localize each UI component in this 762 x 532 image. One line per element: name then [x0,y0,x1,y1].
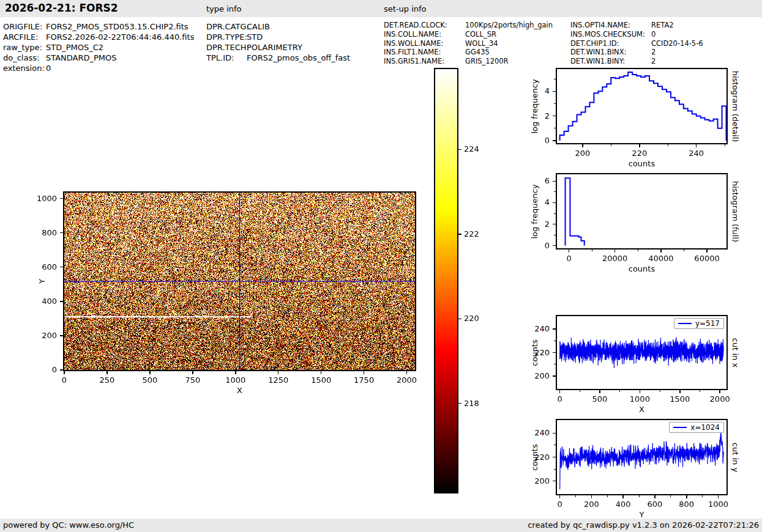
figure-area: 0250500750100012501500175020000200400600… [0,0,762,532]
cut-x-x-tick [559,390,561,393]
hist-detail-x-axis-label: counts [605,159,679,168]
cut-y-x-tick [622,495,624,498]
main-image-x-axis-label: X [203,386,277,395]
cut-x-x-minor-tick [660,390,660,392]
main-image-x-tick [278,371,279,374]
cut-x-x-minor-tick [700,390,700,392]
hist-full-x-tick [569,249,570,253]
colorbar-tick [458,149,461,150]
main-image-x-tick [149,371,151,374]
hist-full-x-minor-tick [638,249,638,251]
main-image-x-tick [192,371,193,374]
cut-x-x-tick-label: 2000 [695,394,744,404]
main-image-x-tick-label: 0 [40,375,89,385]
colorbar-tick-label: 218 [464,399,479,408]
hist-full-x-minor-tick [592,249,592,251]
cut-y-y-axis-label: counts [530,444,539,470]
hist-full-side-title: histogram (full) [731,180,740,242]
cut-x-legend-line-sample [678,323,692,324]
cut-y-x-minor-tick [702,495,703,497]
hist-detail-side-title: histogram (detail) [731,70,740,142]
hist-full-x-tick-label: 60000 [682,254,731,263]
cut-x-x-tick [599,390,600,393]
hist-full-x-axis-label: counts [605,264,679,273]
cut-x-y-tick-label: 200 [521,371,550,380]
hist-detail-x-tick [696,144,697,147]
cut-y-y-tick-label: 240 [521,428,550,437]
cut-y-x-minor-tick [575,495,576,497]
cut-x-x-axis-label: X [605,405,679,414]
main-image-frame [63,191,416,371]
hist-full-y-tick-label: 0 [521,241,550,250]
main-image-y-tick [60,335,63,336]
cut-y-x-tick [686,495,687,498]
cut-y-x-tick [718,495,719,498]
cut-x-x-minor-tick [619,390,620,392]
main-image-x-tick [364,371,365,374]
hist-detail-x-minor-tick [668,144,668,146]
main-image-y-tick [60,301,63,302]
cut-y-legend: x=1024 [669,422,724,433]
hist-full-x-tick-label: 0 [545,254,594,263]
main-image-y-tick [60,198,63,199]
hist-full-y-axis-label: log frequency [530,184,539,238]
cut-x-x-tick [679,390,681,393]
main-image-y-tick [60,267,63,268]
main-image-x-tick-label: 500 [125,375,174,385]
cut-x-x-minor-tick [580,390,580,392]
main-image-y-tick-label: 200 [28,331,57,340]
hist-full-x-tick [706,249,708,253]
cut-x-x-tick [719,390,720,393]
cut-x-legend: y=517 [674,318,724,329]
colorbar-tick-label: 222 [464,229,479,238]
hist-full-x-tick [660,249,662,253]
hist-detail-x-minor-tick [611,144,611,146]
main-image-x-tick [321,371,322,374]
main-image-x-tick-label: 1750 [340,375,389,385]
cut-x-x-tick [640,390,641,393]
hist-full-x-tick-label: 20000 [591,254,640,263]
colorbar-tick [458,403,461,404]
main-image-y-tick-label: 0 [28,365,57,374]
main-image-x-tick-label: 1500 [297,375,346,385]
cut-x-y-axis-label: counts [530,339,539,366]
cut-y-x-minor-tick [607,495,608,497]
main-image-x-tick [235,371,236,374]
main-image-x-tick [106,371,108,374]
colorbar-tick [458,234,461,235]
main-image-y-tick-label: 600 [28,262,57,272]
colorbar-frame [434,68,458,493]
cut-y-x-tick [591,495,592,498]
cut-x-legend-label: y=517 [695,319,720,328]
cut-y-x-minor-tick [670,495,671,497]
main-image-x-tick [406,371,408,374]
colorbar-tick-label: 224 [464,144,479,153]
cut-y-x-minor-tick [639,495,640,497]
main-image-x-tick-label: 250 [83,375,132,385]
footer-powered-by: powered by QC: www.eso.org/HC [3,520,134,530]
main-image-y-tick-label: 400 [28,297,57,306]
cut-y-x-tick [559,495,561,498]
main-image-y-tick-label: 800 [28,228,57,237]
colorbar-tick-label: 220 [464,314,479,323]
hist-detail-x-tick [582,144,583,147]
hist-detail-x-tick [639,144,640,147]
cut-y-legend-line-sample [673,427,687,428]
qc-report-page: 2026-02-21: FORS2 type info set-up info … [0,0,762,532]
hist-detail-x-tick-label: 200 [558,149,607,158]
hist-full-x-tick [614,249,616,253]
main-image-y-tick-label: 1000 [28,194,57,203]
main-image-x-tick-label: 750 [168,375,217,385]
cut-y-side-title: cut in y [731,442,740,471]
cut-y-x-tick [654,495,656,498]
hist-detail-x-minor-tick [725,144,725,146]
hist-full-x-tick-label: 40000 [637,254,685,263]
hist-detail-y-tick-label: 0 [521,136,550,145]
hist-detail-x-tick-label: 220 [615,149,664,158]
colorbar-tick [458,319,461,320]
cut-y-y-tick-label: 200 [521,476,550,486]
main-image-x-tick [64,371,65,374]
cut-y-legend-label: x=1024 [690,423,720,432]
main-image-y-tick [60,369,63,371]
hist-full-frame [556,173,728,249]
